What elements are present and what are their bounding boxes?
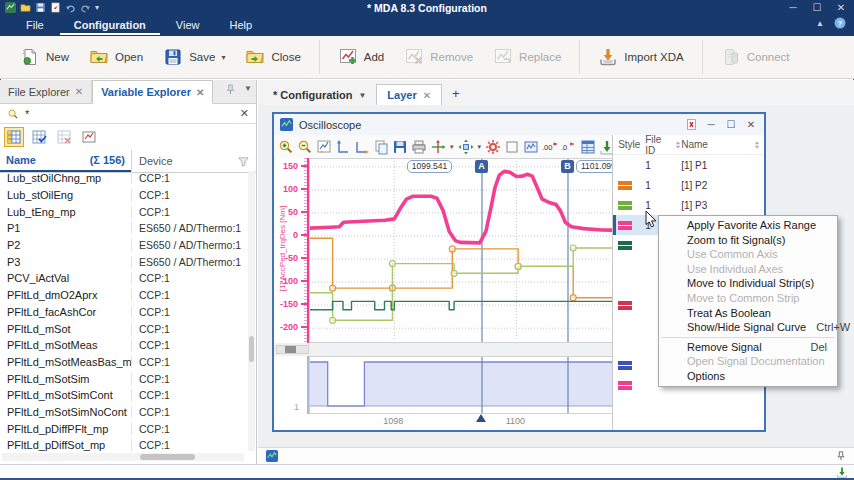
y-axis-scrollbar[interactable] [276,345,309,354]
pin-panel-icon[interactable] [225,84,236,95]
mini-chart-icon[interactable] [80,128,98,146]
menu-item-options[interactable]: Options [659,369,837,384]
ribbon-button-import-xda[interactable]: Import XDA [588,40,693,74]
variable-row[interactable]: Lub_stOilChng_mpCCP:1 [0,170,247,187]
column-header-device[interactable]: Device [131,150,256,172]
column-header-name[interactable]: Name (Σ 156) [0,150,131,172]
add-layer-tab-button[interactable]: + [442,82,470,105]
ribbon-button-new[interactable]: New [10,40,79,74]
boolean-plot[interactable] [309,356,613,414]
grid-view-icon[interactable] [5,128,23,146]
menu-item-show-hide-signal-curve[interactable]: Show/Hide Signal CurveCtrl+W [659,320,837,335]
variable-row[interactable]: PFltLd_mSotSimCCP:1 [0,370,247,387]
search-input[interactable]: * [25,108,234,120]
axis-vertical-icon[interactable] [335,139,351,155]
menu-tab-configuration[interactable]: Configuration [60,16,160,35]
cursor-b-value[interactable]: 1101.099 [576,160,613,173]
tab-caret-icon[interactable]: ▼ [358,91,366,100]
tab-configuration[interactable]: * Configuration ▼ [263,85,376,105]
menu-item-zoom-to-fit-signal-s-[interactable]: Zoom to fit Signal(s) [659,233,837,248]
zoom-in-icon[interactable] [278,139,294,155]
undo-icon[interactable] [65,2,76,13]
oscilloscope-title-bar[interactable]: Oscilloscope ─ ☐ ✕ [274,114,764,136]
variable-row[interactable]: P1ES650 / AD/Thermo:1 [0,220,247,237]
pin-icon[interactable] [836,451,846,461]
maximize-button[interactable]: ☐ [808,0,826,15]
menu-item-move-to-individual-strip-s-[interactable]: Move to Individual Strip(s) [659,276,837,291]
menu-tab-help[interactable]: Help [216,16,267,35]
decimal-remove-icon[interactable]: .0 [561,139,577,155]
tab-layer[interactable]: Layer ✕ [376,84,442,106]
zoom-out-icon[interactable] [297,139,313,155]
osc-close-button[interactable]: ✕ [744,119,758,130]
vscrollbar-thumb[interactable] [249,336,254,362]
variable-row[interactable]: PFltLd_mSotMeasBas_mpCCP:1 [0,354,247,371]
variable-list-vscrollbar[interactable] [248,171,255,451]
qat-more-caret-icon[interactable]: ▾ [95,3,99,12]
menu-item-treat-as-boolean[interactable]: Treat As Boolean [659,306,837,321]
variable-list-hscrollbar[interactable] [2,453,244,461]
table-icon[interactable] [580,139,596,155]
pan-tool-icon[interactable] [458,139,474,155]
collapse-ribbon-icon[interactable]: ▲ [816,19,824,28]
y-axis[interactable]: [1] AccPed_trqDes [Nm] 150100500-50-100-… [276,158,309,343]
close-button[interactable]: ✕ [832,0,850,15]
menu-tab-view[interactable]: View [162,16,214,35]
tab-variable-explorer[interactable]: Variable Explorer ✕ [92,80,213,104]
caret-down-icon[interactable]: ▾ [478,143,482,151]
tab-file-explorer[interactable]: File Explorer ✕ [0,80,92,103]
variable-search-bar[interactable]: * ✕ [0,104,256,124]
y-axis-scrollbar-thumb[interactable] [285,346,296,353]
signal-plot[interactable] [309,158,613,343]
osc-minimize-button[interactable]: ─ [704,119,718,130]
cursor-a-flag[interactable]: A [475,160,488,173]
menu-tab-file[interactable]: File [12,16,58,35]
axis-horizontal-icon[interactable] [354,139,370,155]
minimize-button[interactable]: ─ [784,0,802,15]
oscilloscope-mini-icon[interactable] [266,450,278,462]
close-tab-icon[interactable]: ✕ [196,87,204,98]
redo-icon[interactable] [80,2,91,13]
signal-doc-icon[interactable] [685,118,698,131]
cursor-a-marker[interactable] [476,414,486,422]
column-header-file-id[interactable]: File ID [645,134,681,156]
column-header-style[interactable]: Style [618,139,645,150]
variable-row[interactable]: P3ES650 / AD/Thermo:1 [0,253,247,270]
print-icon[interactable] [411,139,427,155]
settings-gear-icon[interactable] [485,139,501,155]
save-icon[interactable] [35,2,46,13]
copy-icon[interactable] [373,139,389,155]
rect-zoom-icon[interactable] [504,139,520,155]
cursor-a-value[interactable]: 1099.541 [407,160,452,173]
signal-row[interactable]: 1[1] P1 [613,155,764,175]
clear-search-icon[interactable]: ✕ [240,107,249,120]
cursor-b-flag[interactable]: B [561,160,574,173]
save-small-icon[interactable] [392,139,408,155]
caret-down-icon[interactable]: ▾ [450,143,454,151]
strip2-y-axis[interactable]: 1 [276,356,309,414]
variable-row[interactable]: PFltLd_dmO2AprxCCP:1 [0,287,247,304]
filter-funnel-icon[interactable] [238,156,249,167]
variable-row[interactable]: PFltLd_mSotMeasCCP:1 [0,337,247,354]
help-icon[interactable]: ? [834,17,846,29]
signal-frame-icon[interactable] [523,139,539,155]
hscrollbar-thumb[interactable] [140,454,195,460]
variable-row[interactable]: PFltLd_facAshCorCCP:1 [0,304,247,321]
close-tab-icon[interactable]: ✕ [423,90,431,101]
variable-row[interactable]: PFltLd_pDiffSot_mpCCP:1 [0,437,247,452]
decimal-add-icon[interactable]: .00 [542,139,558,155]
variable-row[interactable]: PFltLd_mSotSimNoContCCP:1 [0,404,247,421]
export-doc-icon[interactable] [50,2,61,13]
ribbon-button-close[interactable]: Close [235,40,310,74]
ribbon-button-save[interactable]: Save▾ [153,40,235,74]
zoom-fit-icon[interactable] [316,139,332,155]
variable-row[interactable]: PCV_iActValCCP:1 [0,270,247,287]
signal-row[interactable]: 1[1] P2 [613,175,764,195]
variable-row[interactable]: PFltLd_mSotCCP:1 [0,320,247,337]
cursor-tool-icon[interactable] [430,139,446,155]
menu-item-apply-favorite-axis-range[interactable]: Apply Favorite Axis Range [659,218,837,233]
column-header-signal-name[interactable]: Name [681,139,764,150]
ribbon-button-add[interactable]: Add [328,40,394,74]
osc-maximize-button[interactable]: ☐ [724,119,738,130]
variable-row[interactable]: Lub_stOilEngCCP:1 [0,187,247,204]
